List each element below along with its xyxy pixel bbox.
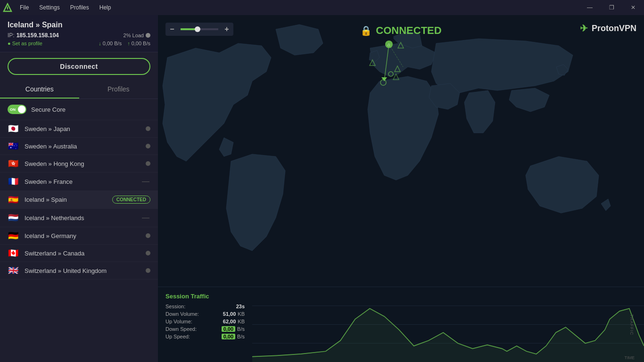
tab-countries[interactable]: Countries	[0, 81, 79, 99]
stat-row: Up Speed:0,00B/s	[165, 334, 245, 339]
server-name: Sweden » France	[25, 178, 142, 185]
left-panel: Iceland » Spain IP: 185.159.158.104 2% L…	[0, 15, 158, 362]
traffic-panel: Session Traffic Session:23sDown Volume:5…	[158, 287, 644, 362]
zoom-controls: − +	[165, 23, 233, 36]
server-item[interactable]: 🇨🇦Switzerland » Canada	[0, 245, 158, 262]
lock-icon: 🔒	[360, 25, 372, 36]
window-controls: — ❐ ✕	[579, 0, 644, 15]
stat-label: Up Speed:	[165, 334, 190, 339]
map-connected-badge: 🔒 CONNECTED	[360, 25, 441, 37]
right-panel: − + 🔒 CONNECTED ✈ ProtonVPN	[158, 15, 644, 362]
server-name: Iceland » Netherlands	[25, 214, 142, 222]
stat-row: Down Volume:51,00KB	[165, 311, 245, 317]
server-item[interactable]: 🇳🇱Iceland » Netherlands—	[0, 209, 158, 227]
set-profile-link[interactable]: ● Set as profile	[8, 41, 97, 46]
load-dot	[146, 33, 150, 38]
secure-core-row: ON Secure Core	[0, 99, 158, 120]
menu-bar: File Settings Profiles Help	[15, 2, 579, 13]
stat-row: Up Volume:62,00KB	[165, 319, 245, 324]
server-name: Sweden » Australia	[25, 143, 146, 150]
menu-settings[interactable]: Settings	[34, 2, 64, 13]
traffic-axis-label: TRAFFIC	[629, 314, 634, 335]
server-status-dot	[146, 251, 150, 255]
flag-icon: 🇭🇰	[8, 160, 19, 167]
stat-value: 23s	[236, 304, 245, 309]
server-status-dot	[146, 233, 150, 238]
server-status-dash: —	[142, 177, 149, 186]
proton-icon: ✈	[580, 23, 588, 34]
close-button[interactable]: ✕	[622, 0, 644, 15]
connection-location: Iceland » Spain	[8, 21, 150, 29]
flag-icon: 🇳🇱	[8, 214, 19, 222]
ip-label: IP:	[8, 32, 15, 39]
set-profile-label: Set as profile	[12, 41, 42, 46]
zoom-in-button[interactable]: +	[220, 23, 233, 36]
disconnect-button[interactable]: Disconnect	[8, 58, 150, 75]
server-status-dash: —	[142, 214, 149, 222]
stat-row: Session:23s	[165, 304, 245, 309]
connected-badge: CONNECTED	[112, 196, 150, 204]
load-indicator: 2% Load	[124, 33, 150, 38]
down-speed-value: 0,00 B/s	[103, 41, 122, 46]
toggle-on-label: ON	[10, 107, 16, 112]
flag-icon: 🇨🇦	[8, 249, 19, 257]
minimize-button[interactable]: —	[579, 0, 601, 15]
menu-help[interactable]: Help	[95, 2, 116, 13]
flag-icon: 🇬🇧	[8, 267, 19, 274]
maximize-button[interactable]: ❐	[601, 0, 622, 15]
server-item[interactable]: 🇩🇪Iceland » Germany	[0, 227, 158, 245]
server-item[interactable]: 🇦🇺Sweden » Australia	[0, 138, 158, 155]
server-item[interactable]: 🇫🇷Sweden » France—	[0, 173, 158, 191]
stat-value: 51,00	[223, 311, 236, 317]
connected-label: CONNECTED	[376, 25, 441, 37]
stat-unit: B/s	[237, 326, 245, 332]
connection-info: Iceland » Spain IP: 185.159.158.104 2% L…	[0, 15, 158, 52]
stat-unit: KB	[238, 319, 245, 324]
server-item[interactable]: 🇭🇰Sweden » Hong Kong	[0, 155, 158, 173]
server-name: Switzerland » United Kingdom	[25, 267, 146, 274]
flag-icon: 🇪🇸	[8, 196, 19, 204]
menu-file[interactable]: File	[15, 2, 33, 13]
stat-value: 0,00	[222, 334, 235, 339]
stat-unit: KB	[238, 311, 245, 317]
proton-logo: ✈ ProtonVPN	[580, 23, 636, 34]
titlebar: File Settings Profiles Help — ❐ ✕	[0, 0, 644, 15]
stat-label: Down Volume:	[165, 311, 199, 317]
zoom-out-button[interactable]: −	[165, 23, 179, 36]
stat-value: 0,00	[222, 326, 235, 332]
server-name: Switzerland » Canada	[25, 250, 146, 257]
stat-label: Down Speed:	[165, 326, 197, 332]
time-axis-label: TIME	[625, 355, 635, 360]
map-container: ⌂	[158, 15, 644, 298]
server-list: 🇯🇵Sweden » Japan🇦🇺Sweden » Australia🇭🇰Sw…	[0, 120, 158, 362]
server-status-dot	[146, 126, 150, 131]
menu-profiles[interactable]: Profiles	[66, 2, 94, 13]
server-item[interactable]: 🇯🇵Sweden » Japan	[0, 120, 158, 138]
server-status-dot	[146, 144, 150, 148]
flag-icon: 🇫🇷	[8, 178, 19, 185]
server-status-dot	[146, 161, 150, 166]
chart-area: TRAFFIC TIME	[252, 287, 644, 362]
zoom-slider[interactable]	[181, 28, 218, 30]
server-item[interactable]: 🇪🇸Iceland » SpainCONNECTED	[0, 191, 158, 209]
session-traffic-title: Session Traffic	[165, 293, 245, 300]
stat-label: Session:	[165, 304, 185, 309]
server-name: Sweden » Hong Kong	[25, 160, 146, 167]
up-speed-badge: ↑ 0,00 B/s	[127, 41, 150, 46]
load-text: 2% Load	[124, 33, 144, 38]
server-name: Iceland » Spain	[25, 196, 112, 203]
secure-core-toggle[interactable]: ON	[8, 105, 26, 114]
stat-unit: B/s	[237, 334, 245, 339]
server-item[interactable]: 🇬🇧Switzerland » United Kingdom	[0, 262, 158, 280]
stat-rows-container: Session:23sDown Volume:51,00KBUp Volume:…	[165, 304, 245, 339]
secure-core-label: Secure Core	[31, 106, 66, 113]
conn-ip-row: IP: 185.159.158.104 2% Load	[8, 32, 150, 39]
tab-profiles[interactable]: Profiles	[79, 81, 158, 99]
proton-logo-text: ProtonVPN	[592, 24, 636, 33]
flag-icon: 🇯🇵	[8, 125, 19, 132]
up-speed-value: 0,00 B/s	[132, 41, 150, 46]
flag-icon: 🇩🇪	[8, 232, 19, 239]
stat-row: Down Speed:0,00B/s	[165, 326, 245, 332]
conn-speed-row: ● Set as profile ↓ 0,00 B/s ↑ 0,00 B/s	[8, 41, 150, 46]
traffic-stats: Session Traffic Session:23sDown Volume:5…	[158, 287, 252, 362]
